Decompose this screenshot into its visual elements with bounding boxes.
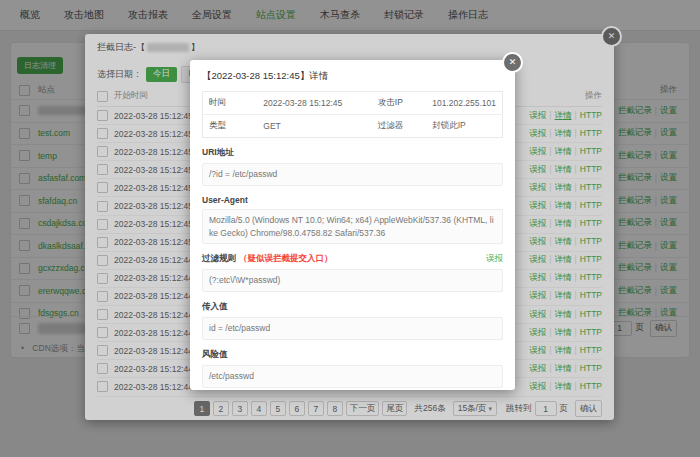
ua-label: User-Agent: [202, 195, 503, 205]
input-label: 传入值: [202, 301, 503, 313]
rule-label: 过滤规则: [202, 253, 236, 265]
close-icon[interactable]: ✕: [502, 52, 523, 73]
detail-info-table: 时间 2022-03-28 15:12:45 攻击IP 101.202.255.…: [202, 91, 503, 138]
screen: 概览攻击地图攻击报表全局设置站点设置木马查杀封锁记录操作日志 日志清理 站点 操…: [0, 0, 700, 457]
table-row: 类型 GET 过滤器 封锁此IP: [203, 115, 503, 138]
type-value: GET: [257, 115, 372, 138]
type-label: 类型: [203, 115, 258, 138]
filter-label: 过滤器: [372, 115, 426, 138]
uri-value: /?id = /etc/passwd: [202, 163, 503, 186]
uri-label: URI地址: [202, 147, 503, 159]
filter-value[interactable]: 封锁此IP: [426, 115, 502, 138]
attack-ip-label: 攻击IP: [372, 92, 426, 115]
detail-title: 【2022-03-28 15:12:45】详情: [202, 70, 503, 83]
risk-label: 风险值: [202, 349, 503, 361]
time-label: 时间: [203, 92, 258, 115]
rule-value: (?:etc\/\W*passwd): [202, 269, 503, 292]
risk-value: /etc/passwd: [202, 365, 503, 388]
table-row: 时间 2022-03-28 15:12:45 攻击IP 101.202.255.…: [203, 92, 503, 115]
ua-value: Mozilla/5.0 (Windows NT 10.0; Win64; x64…: [202, 209, 503, 245]
detail-modal: ✕ 【2022-03-28 15:12:45】详情 时间 2022-03-28 …: [190, 60, 515, 390]
report-false-positive-link[interactable]: 误报: [486, 253, 503, 265]
rule-note: （疑似误拦截提交入口）: [239, 253, 333, 265]
input-value: id = /etc/passwd: [202, 317, 503, 340]
rule-row: 过滤规则 （疑似误拦截提交入口） 误报: [202, 253, 503, 265]
time-value: 2022-03-28 15:12:45: [257, 92, 372, 115]
attack-ip-value[interactable]: 101.202.255.101: [426, 92, 502, 115]
